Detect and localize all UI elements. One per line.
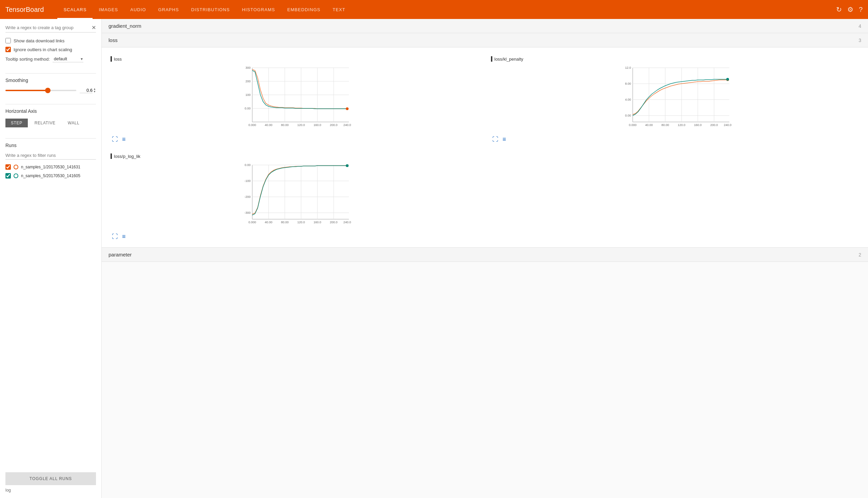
close-icon[interactable]: ✕ <box>91 24 96 31</box>
sidebar: ✕ Show data download links Ignore outlie… <box>0 19 102 498</box>
tag-group-section: ✕ Show data download links Ignore outlie… <box>5 24 96 62</box>
smoothing-decrement[interactable]: ▼ <box>93 90 96 93</box>
loss-title: loss <box>108 37 118 43</box>
svg-text:160.0: 160.0 <box>694 123 702 127</box>
run-item-1: n_samples_1/20170530_141631 <box>5 164 96 170</box>
svg-text:240.0: 240.0 <box>344 123 351 127</box>
nav-distributions[interactable]: DISTRIBUTIONS <box>185 0 236 19</box>
runs-label: Runs <box>5 143 96 148</box>
chart-loss-bar <box>111 56 112 62</box>
nav-audio[interactable]: AUDIO <box>124 0 152 19</box>
svg-text:40.00: 40.00 <box>265 221 272 224</box>
ignore-outliers-checkbox[interactable] <box>5 47 11 52</box>
nav-images[interactable]: IMAGES <box>92 0 124 19</box>
log-label: log <box>5 488 96 493</box>
parameter-section-header[interactable]: parameter 2 <box>102 248 868 262</box>
run-2-checkbox[interactable] <box>5 173 11 179</box>
svg-text:-200: -200 <box>244 195 251 198</box>
smoothing-input[interactable] <box>80 88 92 93</box>
smoothing-slider-track[interactable] <box>5 90 76 91</box>
svg-text:8.00: 8.00 <box>625 82 631 86</box>
nav-scalars[interactable]: SCALARS <box>57 0 92 19</box>
nav-embeddings[interactable]: EMBEDDINGS <box>281 0 327 19</box>
header: TensorBoard SCALARS IMAGES AUDIO GRAPHS … <box>0 0 868 19</box>
svg-text:240.0: 240.0 <box>724 123 732 127</box>
chart-kl-menu-button[interactable]: ≡ <box>502 136 506 143</box>
svg-text:0.000: 0.000 <box>248 221 256 224</box>
main-nav: SCALARS IMAGES AUDIO GRAPHS DISTRIBUTION… <box>57 0 836 19</box>
runs-section: Runs n_samples_1/20170530_141631 n_sampl… <box>5 143 96 182</box>
axis-wall-button[interactable]: WALL <box>62 119 85 127</box>
tooltip-sorting-select[interactable]: default ascending descending nearest <box>53 55 84 62</box>
axis-relative-button[interactable]: RELATIVE <box>29 119 61 127</box>
chart-loss-expand-button[interactable]: ⛶ <box>112 136 118 143</box>
svg-text:120.0: 120.0 <box>297 123 305 127</box>
svg-text:4.00: 4.00 <box>625 98 631 101</box>
toggle-all-runs-button[interactable]: TOGGLE ALL RUNS <box>5 472 96 485</box>
svg-text:200.0: 200.0 <box>330 123 338 127</box>
chart-ploglik-menu-button[interactable]: ≡ <box>122 233 126 240</box>
show-data-links-checkbox[interactable] <box>5 38 11 43</box>
svg-text:-300: -300 <box>244 211 251 214</box>
run-2-color-circle <box>14 173 18 178</box>
chart-kl-penalty: loss/kl_penalty <box>488 53 863 145</box>
tag-regex-input[interactable] <box>5 25 91 30</box>
chart-kl-title-row: loss/kl_penalty <box>491 56 859 62</box>
svg-text:0.00: 0.00 <box>625 114 631 117</box>
settings-icon[interactable]: ⚙ <box>847 5 853 14</box>
parameter-count: 2 <box>858 252 861 258</box>
app-layout: ✕ Show data download links Ignore outlie… <box>0 19 868 498</box>
app-logo: TensorBoard <box>5 6 44 14</box>
svg-text:200: 200 <box>245 80 251 83</box>
smoothing-section: Smoothing ▲ ▼ <box>5 78 96 93</box>
refresh-icon[interactable]: ↻ <box>836 5 842 14</box>
loss-charts-grid: loss <box>107 53 863 145</box>
chart-ploglik-expand-button[interactable]: ⛶ <box>112 233 118 240</box>
chart-p-log-lik: loss/p_log_lik <box>107 150 482 242</box>
tooltip-select-wrapper: default ascending descending nearest <box>53 55 84 62</box>
tooltip-sorting-row: Tooltip sorting method: default ascendin… <box>5 55 96 62</box>
svg-text:120.0: 120.0 <box>678 123 686 127</box>
svg-text:80.00: 80.00 <box>281 221 289 224</box>
axis-step-button[interactable]: STEP <box>5 119 28 127</box>
chart-kl-label: loss/kl_penalty <box>494 56 523 62</box>
divider-2 <box>5 104 96 104</box>
svg-point-70 <box>346 164 348 167</box>
smoothing-slider-thumb[interactable] <box>45 88 51 93</box>
chart-ploglik-title-row: loss/p_log_lik <box>111 154 479 159</box>
svg-text:0.00: 0.00 <box>244 107 251 110</box>
loss-charts-container: loss <box>102 48 868 248</box>
help-icon[interactable]: ? <box>859 6 863 14</box>
chart-kl-bar <box>491 56 492 62</box>
header-icons: ↻ ⚙ ? <box>836 5 863 14</box>
chart-loss-svg: 300 200 100 0.00 0.000 40.00 80.00 120.0… <box>111 64 479 132</box>
chart-loss-menu-button[interactable]: ≡ <box>122 136 126 143</box>
smoothing-stepper: ▲ ▼ <box>93 88 96 93</box>
nav-graphs[interactable]: GRAPHS <box>152 0 185 19</box>
smoothing-slider-fill <box>5 90 48 91</box>
show-data-links-row: Show data download links <box>5 38 96 43</box>
run-1-color-circle <box>14 165 18 169</box>
svg-text:0.000: 0.000 <box>629 123 637 127</box>
ignore-outliers-label: Ignore outliers in chart scaling <box>14 47 72 52</box>
svg-text:12.0: 12.0 <box>625 66 631 69</box>
tooltip-sorting-label: Tooltip sorting method: <box>5 56 50 62</box>
gradient-norm-section-header[interactable]: gradient_norm 4 <box>102 19 868 33</box>
chart-kl-controls: ⛶ ≡ <box>491 136 859 143</box>
chart-kl-svg-wrapper: 12.0 8.00 4.00 0.00 0.000 40.00 80.00 12… <box>491 64 859 133</box>
chart-ploglik-label: loss/p_log_lik <box>114 154 140 159</box>
nav-text[interactable]: TEXT <box>327 0 351 19</box>
main-content: gradient_norm 4 loss 3 loss <box>102 19 868 498</box>
divider-3 <box>5 138 96 139</box>
nav-histograms[interactable]: HISTOGRAMS <box>236 0 281 19</box>
chart-kl-expand-button[interactable]: ⛶ <box>492 136 498 143</box>
run-1-checkbox[interactable] <box>5 164 11 170</box>
runs-filter-input[interactable] <box>5 153 96 160</box>
loss-section-header[interactable]: loss 3 <box>102 33 868 48</box>
axis-buttons: STEP RELATIVE WALL <box>5 119 96 127</box>
chart-loss: loss <box>107 53 482 145</box>
svg-text:0.00: 0.00 <box>244 163 251 167</box>
show-data-links-label: Show data download links <box>14 38 64 43</box>
svg-text:160.0: 160.0 <box>314 123 321 127</box>
smoothing-value-container: ▲ ▼ <box>80 88 96 93</box>
